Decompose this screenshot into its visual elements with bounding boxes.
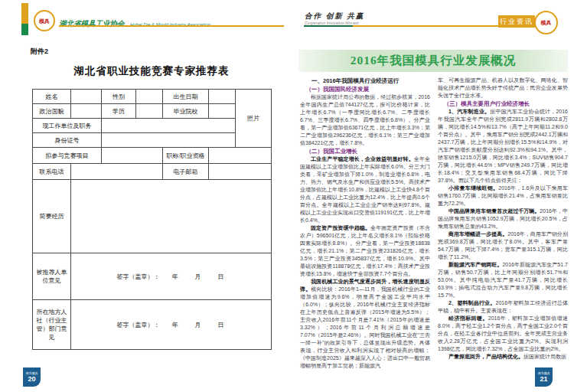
field-birth-date xyxy=(209,90,236,104)
header-yellow-bar xyxy=(21,3,28,24)
article-paragraph: 我国机械工业的景气度逐步回升，增长速度明显反弹。横向比较：2016年1—11月，… xyxy=(300,278,430,370)
article-title-banner: 2016年我国模具行业发展概况 xyxy=(298,50,568,72)
field-name xyxy=(71,90,102,104)
form-title: 湖北省职业技能竞赛专家推荐表 xyxy=(31,64,272,78)
field-political-status xyxy=(71,104,102,119)
form-row-recommender-opinion: 被推荐人单位意见 签字（盖章）： 年 月 日 xyxy=(33,253,272,300)
page-number: 20 xyxy=(23,375,41,383)
article-paragraph: 车、可再生能源产品、机器人以及数字化、网络化、智能化技术产品增长势头好于传统产品… xyxy=(438,77,568,100)
field-local-dept-opinion: 签字（盖章）： 年 月 日 xyxy=(71,300,272,350)
page-number-badge-right: 湖北模具 21 xyxy=(535,368,553,387)
paragraph-lead: 2、塑料制品行业。 xyxy=(448,300,495,305)
date-label: 年 月 日 xyxy=(172,322,226,328)
label-local-dept-opinion: 所在地方人社（行业主管）部门意见 xyxy=(33,300,71,350)
field-graduate-school xyxy=(209,104,236,119)
article-paragraph: 中国品牌乘用车销量首次超过千万辆。2016年，中国品牌乘用车共销售1052.9万… xyxy=(438,207,568,230)
form-row-name: 姓名 性别 出生日期 照片 xyxy=(33,90,272,104)
header-rule-right xyxy=(353,25,498,27)
paragraph-lead: 新能源汽车产销两旺。 xyxy=(448,262,502,267)
slogan-underline xyxy=(304,25,353,27)
paragraph-lead: 1、汽车制造业。 xyxy=(448,109,490,114)
article-heading: 一、2016年我国模具行业经济运行 xyxy=(300,77,430,85)
label-professional-title: 职称/职业资格 xyxy=(163,148,209,164)
article-heading: （一）我国国民经济发展 xyxy=(300,85,430,93)
article-title: 2016年我国模具行业发展概况 xyxy=(351,53,517,69)
article-heading: （三）模具主要用户行业经济增长 xyxy=(438,100,568,108)
header-green-bar xyxy=(21,24,28,35)
section-badge: 行业资讯 xyxy=(498,15,535,28)
label-education: 学历 xyxy=(102,104,136,119)
logo-glyph: 模具 xyxy=(39,18,50,24)
field-recommender-opinion: 签字（盖章）： 年 月 日 xyxy=(71,253,272,300)
article-paragraph: 根据国家统计局公布的数据，经过初步核算，2016全年国内生产总值744127亿元… xyxy=(300,93,430,147)
sign-label: 签字（盖章）： xyxy=(117,322,160,328)
label-recommender-opinion: 被推荐人单位意见 xyxy=(33,253,71,300)
article-body: 一、2016年我国模具行业经济运行（一）我国国民经济发展根据国家统计局公布的数据… xyxy=(300,77,568,370)
date-label: 年 月 日 xyxy=(172,273,226,280)
article-paragraph: 固定资产投资缓中趋稳。全年固定资产投资（不含农户）596501亿元，比上年名义增… xyxy=(300,224,430,278)
paragraph-lead: 固定资产投资缓中趋稳。 xyxy=(311,225,370,230)
sign-label: 签字（盖章）： xyxy=(117,273,160,280)
field-gender xyxy=(136,90,163,104)
form-row-project: 拟参与竞赛项目 职称/职业资格 xyxy=(33,148,272,164)
paragraph-lead: 商用车增幅进一步提高。 xyxy=(448,231,507,237)
form-row-contact: 联系电话 电子邮箱 xyxy=(33,164,272,180)
article-paragraph: 工业生产平稳定增长，企业效益明显好转。全年全国规模以上工业增加值比上年实际增长6… xyxy=(300,155,430,224)
article-paragraph: 1、汽车制造业。据中国汽车工业协会统计，2016年我国汽车全年产销分别完成281… xyxy=(438,108,568,185)
field-education xyxy=(136,104,163,119)
article-column-2: 车、可再生能源产品、机器人以及数字化、网络化、智能化技术产品增长势头好于传统产品… xyxy=(438,77,568,370)
field-phone xyxy=(71,164,163,180)
header-rule-left xyxy=(59,25,284,27)
label-work-unit: 现工作单位及职务 xyxy=(33,119,102,133)
article-paragraph: 产量探底回升，产品结构优化。据国家统计局数据 xyxy=(438,353,568,361)
field-resume xyxy=(71,180,272,253)
paragraph-lead: 我国机械工业的景气度逐步回升，增长速度明显反弹。 xyxy=(300,279,430,292)
field-competition-project xyxy=(102,148,163,164)
field-work-unit xyxy=(102,119,236,133)
org-title: 湖北省模具工业协会 Hubei Die & Mould Industry Ass… xyxy=(59,15,210,29)
form-row-local-dept-opinion: 所在地方人社（行业主管）部门意见 签字（盖章）： 年 月 日 xyxy=(33,300,272,350)
label-name: 姓名 xyxy=(33,90,71,104)
photo-cell: 照片 xyxy=(236,90,272,148)
paragraph-lead: 经济指标回暖。 xyxy=(448,315,488,321)
logo-glyph: 模具 xyxy=(541,20,552,25)
label-political-status: 政治面貌 xyxy=(33,104,71,119)
paragraph-lead: 工业生产平稳定增长，企业效益明显好转。 xyxy=(311,156,414,162)
page-number-badge-left: 湖北模具 20 xyxy=(23,368,41,387)
association-logo-icon: 模具 xyxy=(34,10,55,31)
article-paragraph: 商用车增幅进一步提高。2016年，商用车产销分别完成369.8万辆，同比增长了8… xyxy=(438,230,568,261)
label-competition-project: 拟参与竞赛项目 xyxy=(33,148,102,164)
page-number: 21 xyxy=(535,375,553,383)
article-paragraph: 2、塑料制品行业。2016年塑料加工经济运行总体平稳，稳中有升。主要表现在： xyxy=(438,299,568,315)
association-logo-icon-right: 模具 xyxy=(534,11,558,34)
field-professional-title xyxy=(209,148,272,164)
label-phone: 联系电话 xyxy=(33,164,71,180)
article-paragraph: 小排量车继续旺销。2016年，1.6升及以下乘用车销售1760.7万辆，比同期增… xyxy=(438,185,568,207)
label-id-number: 身份证号 xyxy=(33,133,102,148)
article-paragraph: 经济指标回暖。2016年，塑料加工业增加值增速8.0%，高于轻工业1.2个百分点… xyxy=(438,315,568,353)
attachment-label: 附件2 xyxy=(31,47,48,57)
label-email: 电子邮箱 xyxy=(163,164,209,180)
field-id-number xyxy=(102,133,236,148)
recommendation-form-table: 姓名 性别 出生日期 照片 政治面貌 学历 毕业院校 现工作单位及职务 身份证号… xyxy=(32,89,272,350)
paragraph-lead: 中国品牌乘用车销量首次超过千万辆。 xyxy=(448,208,540,214)
label-graduate-school: 毕业院校 xyxy=(163,104,209,119)
label-birth-date: 出生日期 xyxy=(163,90,209,104)
field-email xyxy=(209,164,272,180)
article-heading: （二）我国工业增长 xyxy=(300,147,430,155)
label-gender: 性别 xyxy=(102,90,136,104)
form-row-resume: 简要经历 xyxy=(33,180,272,253)
label-resume: 简要经历 xyxy=(33,180,71,253)
article-paragraph: 新能源汽车产销两旺。2016年新能源汽车生产51.7万辆，销售50.7万辆，比上… xyxy=(438,261,568,299)
paragraph-lead: 小排量车继续旺销。 xyxy=(448,185,498,191)
article-column-1: 一、2016年我国模具行业经济运行（一）我国国民经济发展根据国家统计局公布的数据… xyxy=(300,77,430,370)
paragraph-lead: 产量探底回升，产品结构优化。 xyxy=(448,354,523,359)
